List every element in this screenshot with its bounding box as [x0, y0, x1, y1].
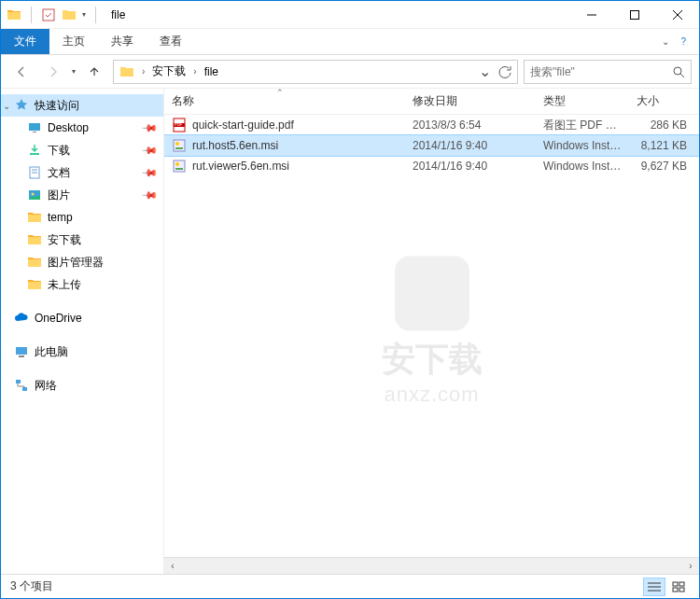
- sidebar-this-pc[interactable]: 此电脑: [1, 341, 163, 363]
- file-row[interactable]: rut.host5.6en.msi 2014/1/16 9:40 Windows…: [164, 135, 699, 156]
- svg-rect-18: [22, 387, 27, 391]
- column-headers: 名称 ⌃ 修改日期 类型 大小: [164, 89, 699, 115]
- file-name: rut.host5.6en.msi: [192, 139, 278, 152]
- file-size: 9,627 KB: [629, 160, 694, 173]
- history-dropdown-icon[interactable]: ▾: [72, 67, 76, 76]
- maximize-button[interactable]: [613, 1, 656, 29]
- file-name: quick-start-guide.pdf: [192, 118, 294, 132]
- svg-rect-9: [30, 153, 39, 155]
- search-icon[interactable]: [672, 65, 685, 78]
- folder-icon: [27, 232, 42, 247]
- horizontal-scrollbar[interactable]: ‹ ›: [164, 557, 699, 574]
- file-row[interactable]: PDFquick-start-guide.pdf 2013/8/3 6:54 看…: [164, 115, 699, 135]
- svg-rect-31: [673, 582, 678, 586]
- details-view-button[interactable]: [643, 578, 665, 596]
- pin-icon: 📌: [140, 186, 158, 203]
- svg-text:PDF: PDF: [175, 122, 183, 127]
- sidebar-network[interactable]: 网络: [1, 374, 163, 397]
- sidebar-item[interactable]: 文档📌: [1, 161, 163, 184]
- file-name: rut.viewer5.6en.msi: [192, 160, 289, 173]
- sidebar-item[interactable]: 图片管理器: [1, 251, 163, 273]
- desktop-icon: [27, 120, 42, 135]
- pin-icon: 📌: [140, 163, 158, 181]
- qat-properties-icon[interactable]: [41, 7, 56, 22]
- chevron-right-icon[interactable]: ›: [189, 66, 200, 77]
- svg-rect-22: [174, 140, 185, 151]
- breadcrumb-item[interactable]: 安下载: [148, 61, 189, 83]
- sidebar-item-label: 此电脑: [35, 344, 68, 360]
- folder-icon: [27, 255, 42, 270]
- svg-point-24: [175, 142, 179, 146]
- refresh-button[interactable]: [495, 61, 515, 83]
- sidebar-item[interactable]: 安下载: [1, 229, 163, 251]
- window-title: file: [111, 8, 125, 21]
- qat-dropdown-icon[interactable]: ▾: [82, 10, 86, 19]
- sidebar-item[interactable]: Desktop📌: [1, 117, 163, 139]
- help-icon[interactable]: ?: [677, 33, 690, 50]
- minimize-button[interactable]: [570, 1, 613, 29]
- svg-rect-32: [679, 582, 684, 586]
- window-controls: [570, 1, 699, 29]
- sidebar-item[interactable]: 下载📌: [1, 139, 163, 161]
- back-button[interactable]: [8, 59, 35, 85]
- scroll-left-button[interactable]: ‹: [164, 558, 181, 574]
- status-bar: 3 个项目: [1, 574, 699, 598]
- ribbon-tab-view[interactable]: 查看: [147, 29, 195, 54]
- ribbon-tab-share[interactable]: 共享: [98, 29, 147, 54]
- address-bar[interactable]: › 安下载 › file ⌄: [113, 60, 518, 84]
- breadcrumb-item[interactable]: file: [201, 61, 222, 83]
- view-switcher: [643, 578, 690, 596]
- svg-rect-7: [29, 123, 40, 131]
- forward-button[interactable]: [40, 59, 66, 85]
- thumbnails-view-button[interactable]: [667, 578, 690, 596]
- ribbon-tab-file[interactable]: 文件: [1, 29, 49, 54]
- downloads-icon: [27, 143, 42, 158]
- msi-icon: [172, 138, 187, 153]
- sidebar-item[interactable]: 图片📌: [1, 184, 163, 206]
- column-header-type[interactable]: 类型: [536, 89, 629, 114]
- sidebar-onedrive[interactable]: OneDrive: [1, 307, 163, 329]
- sidebar-item[interactable]: temp: [1, 206, 163, 229]
- sidebar-item[interactable]: 未上传: [1, 273, 163, 296]
- column-header-name[interactable]: 名称 ⌃: [164, 89, 405, 114]
- file-date: 2013/8/3 6:54: [405, 118, 536, 132]
- sidebar-quick-access[interactable]: ⌄ 快速访问: [1, 94, 163, 117]
- close-button[interactable]: [656, 1, 699, 29]
- file-row[interactable]: rut.viewer5.6en.msi 2014/1/16 9:40 Windo…: [164, 156, 699, 176]
- breadcrumb-root-icon[interactable]: [116, 61, 138, 83]
- qat-folder-icon[interactable]: [62, 7, 77, 22]
- search-input[interactable]: [530, 65, 672, 78]
- scroll-right-button[interactable]: ›: [682, 558, 699, 574]
- column-header-size[interactable]: 大小: [629, 89, 694, 114]
- pictures-icon: [27, 188, 42, 202]
- scroll-track[interactable]: [181, 558, 682, 574]
- chevron-down-icon[interactable]: ⌄: [3, 101, 10, 111]
- sidebar-item-label: 图片: [48, 188, 70, 203]
- svg-rect-34: [679, 588, 684, 592]
- address-dropdown-icon[interactable]: ⌄: [474, 61, 495, 83]
- sidebar-item-label: temp: [48, 211, 73, 224]
- svg-rect-0: [43, 9, 54, 21]
- ribbon-expand-icon[interactable]: ⌄: [658, 33, 673, 50]
- sidebar-item-label: 快速访问: [35, 98, 79, 114]
- pin-icon: 📌: [140, 118, 158, 136]
- chevron-right-icon[interactable]: ›: [138, 66, 148, 77]
- sidebar-item-label: 未上传: [48, 277, 81, 293]
- item-count: 3 个项目: [10, 578, 53, 594]
- search-box[interactable]: [524, 60, 692, 84]
- file-type: Windows Install...: [536, 160, 629, 173]
- svg-rect-33: [673, 588, 678, 592]
- ribbon-tab-home[interactable]: 主页: [49, 29, 98, 54]
- folder-icon: [27, 277, 42, 292]
- cloud-icon: [14, 311, 29, 326]
- up-button[interactable]: [81, 59, 107, 85]
- svg-point-5: [674, 67, 681, 75]
- pin-icon: 📌: [140, 141, 158, 159]
- titlebar: ▾ file: [1, 1, 699, 29]
- file-list-area: 名称 ⌃ 修改日期 类型 大小 PDFquick-start-guide.pdf…: [164, 89, 699, 574]
- sidebar-item-label: 下载: [48, 143, 70, 159]
- star-icon: [14, 98, 29, 113]
- file-list[interactable]: PDFquick-start-guide.pdf 2013/8/3 6:54 看…: [164, 115, 699, 557]
- separator: [31, 7, 32, 23]
- column-header-date[interactable]: 修改日期: [405, 89, 536, 114]
